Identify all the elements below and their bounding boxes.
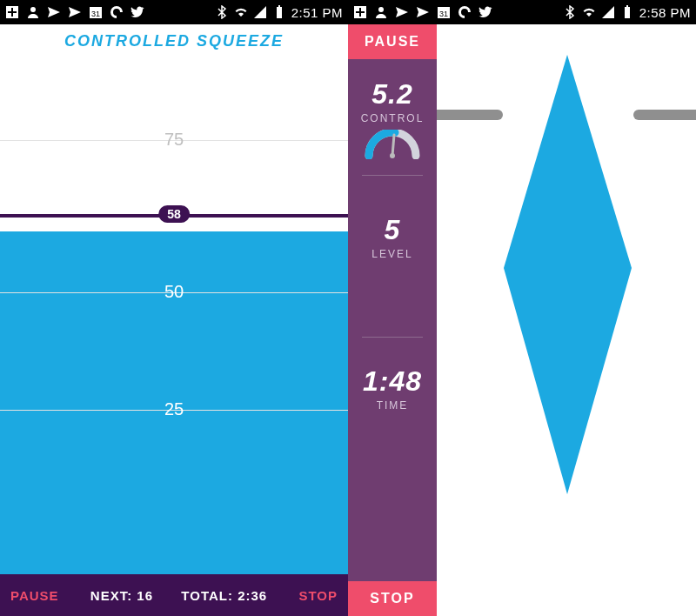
title-row: CONTROLLED SQUEEZE: [0, 24, 348, 57]
person-icon: [374, 5, 388, 19]
gridlabel-25: 25: [164, 399, 184, 419]
svg-marker-4: [48, 7, 60, 17]
gridlabel-50: 50: [164, 282, 184, 302]
send-icon: [416, 5, 430, 19]
svg-point-3: [30, 7, 36, 12]
gridlabel-75: 75: [164, 130, 184, 150]
svg-line-22: [392, 135, 394, 156]
plus-icon: [5, 5, 19, 19]
pause-button[interactable]: PAUSE: [0, 588, 70, 603]
control-value: 5.2: [371, 78, 412, 110]
svg-text:31: 31: [439, 10, 448, 18]
gauge-icon: [364, 130, 421, 159]
status-left-icons: 31: [353, 5, 492, 19]
svg-point-14: [378, 7, 384, 12]
stop-button[interactable]: STOP: [348, 581, 437, 616]
level-label: LEVEL: [371, 248, 412, 260]
wifi-icon: [234, 5, 248, 19]
control-label: CONTROL: [361, 112, 425, 124]
svg-marker-19: [602, 6, 614, 18]
page-title: CONTROLLED SQUEEZE: [64, 32, 284, 50]
battery-icon: [620, 5, 634, 19]
next-label: NEXT:: [90, 588, 132, 603]
bottom-info: NEXT: 16 TOTAL: 2:36: [70, 588, 289, 603]
next-value: 16: [137, 588, 153, 603]
squeeze-visual[interactable]: [437, 24, 696, 616]
level-value: 5: [385, 214, 401, 246]
send-icon: [47, 5, 61, 19]
battery-icon: [272, 5, 286, 19]
svg-rect-13: [356, 11, 365, 13]
svg-marker-5: [69, 7, 81, 17]
marker-value-badge: 58: [158, 205, 190, 223]
svg-marker-26: [504, 55, 632, 494]
twitter-icon: [130, 5, 144, 19]
metrics-body: 5.2 CONTROL 5 LEVEL 1:48 TIME: [348, 59, 437, 581]
status-left-icons: 31: [5, 5, 144, 19]
metrics-pane: PAUSE 5.2 CONTROL 5 LEVEL 1:48: [348, 24, 437, 616]
svg-rect-2: [8, 11, 17, 13]
divider: [362, 337, 423, 338]
wifi-icon: [582, 5, 596, 19]
hangouts-icon: [110, 5, 124, 19]
svg-marker-8: [254, 6, 266, 18]
status-right-icons: 2:58 PM: [563, 5, 691, 20]
send-icon: [395, 5, 409, 19]
svg-rect-9: [277, 7, 282, 18]
signal-icon: [253, 5, 267, 19]
status-time: 2:58 PM: [639, 5, 691, 20]
svg-marker-16: [417, 7, 429, 17]
squeeze-chart[interactable]: 75 50 25 58: [0, 57, 348, 574]
svg-marker-15: [396, 7, 408, 17]
pause-button[interactable]: PAUSE: [348, 24, 437, 59]
screen-right: 31 2:58 PM PAUSE 5.2 CONTROL: [348, 0, 696, 616]
status-bar: 31 2:51 PM: [0, 0, 348, 24]
svg-rect-21: [626, 5, 628, 7]
signal-icon: [601, 5, 615, 19]
bluetooth-icon: [215, 5, 229, 19]
bluetooth-icon: [563, 5, 577, 19]
status-time: 2:51 PM: [291, 5, 343, 20]
status-bar: 31 2:58 PM: [348, 0, 696, 24]
svg-rect-20: [625, 7, 630, 18]
hangouts-icon: [458, 5, 472, 19]
calendar-icon: 31: [437, 5, 451, 19]
screen-left: 31 2:51 PM CONTROLLED SQUEEZE 75 50 25: [0, 0, 348, 616]
status-right-icons: 2:51 PM: [215, 5, 343, 20]
person-icon: [26, 5, 40, 19]
send-icon: [68, 5, 82, 19]
divider: [362, 175, 423, 176]
svg-text:31: 31: [91, 10, 100, 18]
bottom-bar: PAUSE NEXT: 16 TOTAL: 2:36 STOP: [0, 574, 348, 616]
time-value: 1:48: [363, 365, 422, 398]
total-value: 2:36: [238, 588, 267, 603]
time-label: TIME: [377, 399, 409, 412]
plus-icon: [353, 5, 367, 19]
twitter-icon: [478, 5, 492, 19]
svg-rect-10: [278, 5, 280, 7]
total-label: TOTAL:: [181, 588, 233, 603]
calendar-icon: 31: [89, 5, 103, 19]
svg-point-23: [390, 153, 395, 158]
stop-button[interactable]: STOP: [288, 588, 348, 603]
